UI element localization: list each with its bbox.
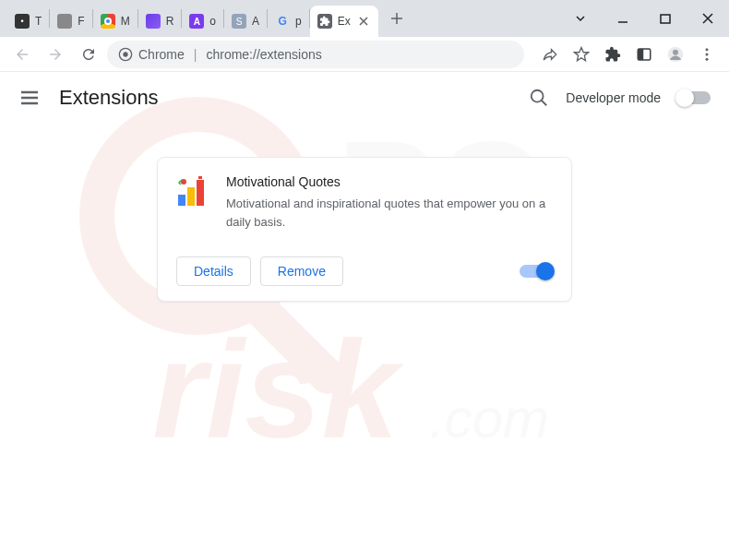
tab-search-button[interactable] <box>559 0 602 37</box>
extensions-button[interactable] <box>598 40 627 69</box>
tab-favicon <box>101 14 115 29</box>
share-button[interactable] <box>535 40 565 69</box>
svg-point-13 <box>706 53 709 55</box>
tab-favicon: G <box>275 14 290 29</box>
reload-button[interactable] <box>74 40 103 69</box>
svg-rect-17 <box>187 187 195 206</box>
details-button[interactable]: Details <box>176 256 251 286</box>
tab-favicon: A <box>189 14 204 29</box>
tab-title: A <box>252 15 259 28</box>
window-minimize-button[interactable] <box>602 0 644 37</box>
extensions-page: Extensions Developer mode Motivational Q… <box>0 72 729 302</box>
tab-favicon: • <box>15 14 30 29</box>
browser-tab[interactable]: •T <box>7 6 49 37</box>
developer-mode-label: Developer mode <box>566 90 661 105</box>
page-header: Extensions Developer mode <box>0 72 729 124</box>
window-controls <box>559 0 729 37</box>
window-close-button[interactable] <box>687 0 729 37</box>
browser-tab[interactable]: F <box>50 6 91 37</box>
browser-tab-active[interactable]: Ex <box>310 6 378 37</box>
window-maximize-button[interactable] <box>644 0 687 37</box>
developer-mode-toggle[interactable] <box>677 91 711 104</box>
remove-button[interactable]: Remove <box>260 256 343 286</box>
tab-title: F <box>78 15 84 28</box>
svg-point-11 <box>673 49 678 54</box>
svg-rect-9 <box>638 49 643 60</box>
svg-rect-16 <box>178 195 185 206</box>
svg-point-7 <box>123 52 127 56</box>
side-panel-button[interactable] <box>629 40 659 69</box>
address-bar[interactable]: Chrome | chrome://extensions <box>107 41 524 68</box>
page-title: Extensions <box>59 86 159 110</box>
menu-icon[interactable] <box>18 87 41 109</box>
extension-icon <box>176 174 209 208</box>
extensions-icon <box>317 14 332 29</box>
chrome-menu-button[interactable] <box>692 40 722 69</box>
tab-title: M <box>121 15 130 28</box>
tab-title: T <box>35 15 42 28</box>
bookmark-button[interactable] <box>567 40 596 69</box>
url-text: chrome://extensions <box>206 47 321 62</box>
tab-favicon <box>57 14 72 29</box>
chrome-icon <box>118 47 133 62</box>
browser-tab[interactable]: R <box>138 6 182 37</box>
back-button[interactable] <box>7 40 37 69</box>
svg-rect-1 <box>236 285 353 401</box>
new-tab-button[interactable] <box>384 6 410 31</box>
extension-enable-toggle[interactable] <box>520 265 553 278</box>
browser-tab[interactable]: SA <box>224 6 267 37</box>
svg-text:risk: risk <box>152 312 404 467</box>
tab-favicon <box>146 14 161 29</box>
browser-tab[interactable]: M <box>93 6 137 37</box>
browser-tab[interactable]: Gp <box>268 6 309 37</box>
svg-rect-18 <box>197 180 204 206</box>
browser-tab[interactable]: Ao <box>182 6 223 37</box>
tab-favicon: S <box>232 14 246 29</box>
tab-title: p <box>295 15 302 28</box>
profile-button[interactable] <box>661 40 690 69</box>
svg-text:.com: .com <box>429 387 549 449</box>
svg-point-14 <box>706 57 709 60</box>
forward-button[interactable] <box>41 40 70 69</box>
tab-close-button[interactable] <box>356 14 371 29</box>
browser-toolbar: Chrome | chrome://extensions <box>0 37 729 72</box>
extension-card: Motivational Quotes Motivational and ins… <box>157 157 572 302</box>
tab-title: Ex <box>338 15 351 28</box>
tab-title: R <box>166 15 174 28</box>
secure-label: Chrome <box>138 47 185 62</box>
svg-point-12 <box>706 48 709 51</box>
svg-point-15 <box>532 90 544 102</box>
svg-rect-5 <box>661 15 670 23</box>
extension-description: Motivational and inspirational quotes th… <box>226 195 553 231</box>
extension-name: Motivational Quotes <box>226 174 553 189</box>
tab-title: o <box>209 15 216 28</box>
search-button[interactable] <box>529 88 549 108</box>
svg-rect-20 <box>198 176 202 179</box>
site-info-button[interactable]: Chrome <box>118 47 185 62</box>
